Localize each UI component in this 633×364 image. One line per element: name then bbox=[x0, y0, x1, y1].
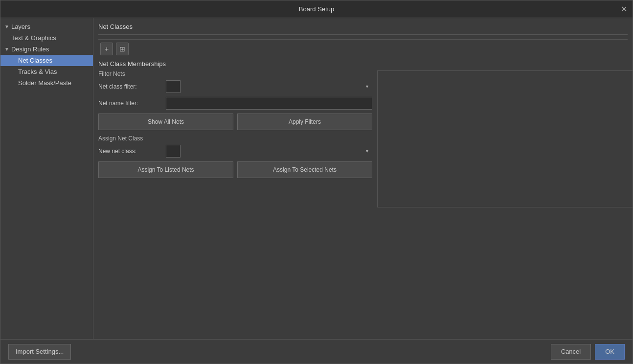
title-bar: Board Setup ✕ bbox=[0, 0, 633, 18]
memberships-inner: Filter Nets Net class filter: bbox=[98, 70, 628, 207]
assign-listed-nets-button[interactable]: Assign To Listed Nets bbox=[98, 161, 233, 178]
nets-table-wrapper[interactable] bbox=[377, 70, 633, 207]
show-all-nets-button[interactable]: Show All Nets bbox=[98, 114, 233, 130]
sidebar-item-label-layers: Layers bbox=[11, 23, 30, 30]
content-inner: Net Classes + ⊞ bbox=[93, 18, 633, 339]
sidebar-item-label-text-graphics: Text & Graphics bbox=[11, 34, 56, 42]
net-class-filter-row: Net class filter: bbox=[98, 80, 372, 93]
net-name-filter-input[interactable] bbox=[166, 97, 372, 110]
sidebar-item-text-graphics[interactable]: Text & Graphics bbox=[0, 32, 93, 44]
memberships-section: Net Class Memberships Filter Nets Net cl… bbox=[98, 60, 628, 207]
footer: Import Settings... Cancel OK bbox=[0, 339, 633, 364]
board-setup-window: Board Setup ✕ ▼ LayersText & Graphics▼ D… bbox=[0, 0, 633, 364]
sidebar: ▼ LayersText & Graphics▼ Design RulesNet… bbox=[0, 18, 93, 339]
main-area: ▼ LayersText & Graphics▼ Design RulesNet… bbox=[0, 18, 633, 339]
filter-btn-row: Show All Nets Apply Filters bbox=[98, 114, 372, 130]
import-settings-button[interactable]: Import Settings... bbox=[8, 344, 71, 360]
assign-selected-nets-button[interactable]: Assign To Selected Nets bbox=[237, 161, 372, 178]
memberships-title: Net Class Memberships bbox=[98, 60, 628, 68]
net-name-filter-label: Net name filter: bbox=[98, 100, 162, 107]
settings-netclass-button[interactable]: ⊞ bbox=[116, 43, 129, 55]
table-toolbar: + ⊞ bbox=[98, 39, 628, 58]
new-net-class-label: New net class: bbox=[98, 148, 162, 155]
content-area: Net Classes + ⊞ bbox=[93, 18, 633, 339]
right-panel bbox=[377, 70, 633, 207]
filter-nets-title: Filter Nets bbox=[98, 70, 372, 77]
new-net-class-select[interactable] bbox=[166, 145, 181, 158]
net-class-filter-select[interactable] bbox=[166, 80, 181, 93]
sidebar-item-label-net-classes: Net Classes bbox=[18, 57, 52, 64]
net-classes-title: Net Classes bbox=[98, 23, 628, 30]
new-net-class-row: New net class: bbox=[98, 145, 372, 158]
sidebar-item-solder-mask[interactable]: Solder Mask/Paste bbox=[0, 77, 93, 89]
assign-btn-row: Assign To Listed Nets Assign To Selected… bbox=[98, 161, 372, 178]
close-button[interactable]: ✕ bbox=[619, 4, 629, 14]
window-title: Board Setup bbox=[299, 5, 334, 13]
sidebar-item-tracks-vias[interactable]: Tracks & Vias bbox=[0, 66, 93, 77]
design-rules-arrow-icon: ▼ bbox=[4, 46, 9, 52]
left-panel: Filter Nets Net class filter: bbox=[98, 70, 372, 207]
apply-filters-button[interactable]: Apply Filters bbox=[237, 114, 372, 130]
new-net-class-select-wrapper bbox=[166, 145, 372, 158]
sidebar-item-net-classes[interactable]: Net Classes bbox=[0, 55, 93, 66]
ok-button[interactable]: OK bbox=[595, 344, 625, 360]
footer-right: Cancel OK bbox=[551, 344, 625, 360]
sidebar-item-design-rules[interactable]: ▼ Design Rules bbox=[0, 44, 93, 55]
net-class-filter-label: Net class filter: bbox=[98, 83, 162, 90]
net-class-filter-select-wrapper bbox=[166, 80, 372, 93]
sidebar-item-label-tracks-vias: Tracks & Vias bbox=[18, 68, 57, 75]
footer-left: Import Settings... bbox=[8, 344, 71, 360]
layers-arrow-icon: ▼ bbox=[4, 24, 9, 29]
net-classes-table-wrapper bbox=[98, 34, 628, 35]
sidebar-item-label-design-rules: Design Rules bbox=[11, 46, 49, 53]
assign-net-class-title: Assign Net Class bbox=[98, 135, 372, 142]
sidebar-item-label-solder-mask: Solder Mask/Paste bbox=[18, 79, 71, 87]
net-name-filter-row: Net name filter: bbox=[98, 97, 372, 110]
cancel-button[interactable]: Cancel bbox=[551, 344, 591, 360]
add-netclass-button[interactable]: + bbox=[100, 43, 113, 55]
sidebar-item-layers[interactable]: ▼ Layers bbox=[0, 21, 93, 32]
